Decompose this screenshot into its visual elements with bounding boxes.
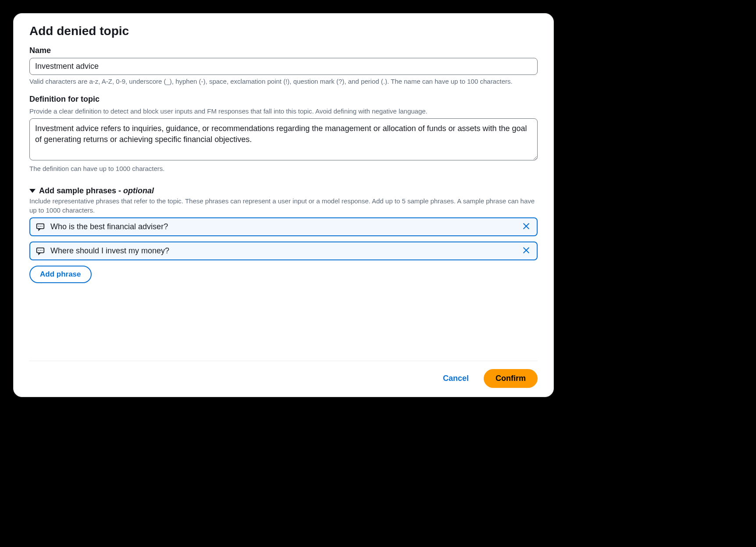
- chat-bubble-icon: [36, 222, 45, 232]
- sample-phrase-row: [29, 242, 538, 260]
- sample-phrases-description: Include representative phrases that refe…: [29, 196, 538, 215]
- sample-phrases-section: Add sample phrases - optional Include re…: [29, 182, 538, 283]
- close-icon: [522, 222, 531, 232]
- sample-phrases-title-prefix: Add sample phrases -: [39, 186, 123, 195]
- name-helper: Valid characters are a-z, A-Z, 0-9, unde…: [29, 77, 538, 86]
- svg-point-7: [38, 250, 39, 251]
- caret-down-icon: [29, 189, 36, 193]
- sample-phrase-input[interactable]: [50, 221, 521, 232]
- remove-phrase-button[interactable]: [521, 221, 531, 233]
- name-input[interactable]: [29, 58, 538, 75]
- phrases-container: [29, 217, 538, 260]
- sample-phrase-input[interactable]: [50, 245, 521, 256]
- sample-phrases-title: Add sample phrases - optional: [39, 186, 154, 195]
- definition-description: Provide a clear definition to detect and…: [29, 107, 538, 116]
- svg-point-3: [42, 226, 43, 227]
- add-phrase-button[interactable]: Add phrase: [29, 266, 92, 283]
- definition-helper: The definition can have up to 1000 chara…: [29, 164, 538, 173]
- definition-label: Definition for topic: [29, 95, 538, 104]
- confirm-button[interactable]: Confirm: [484, 369, 538, 388]
- svg-point-1: [38, 226, 39, 227]
- svg-point-2: [40, 226, 41, 227]
- close-icon: [522, 246, 531, 256]
- name-field-group: Name Valid characters are a-z, A-Z, 0-9,…: [29, 46, 538, 86]
- chat-bubble-icon: [36, 246, 45, 256]
- name-label: Name: [29, 46, 538, 55]
- remove-phrase-button[interactable]: [521, 245, 531, 257]
- sample-phrases-title-suffix: optional: [123, 186, 154, 195]
- definition-textarea[interactable]: [29, 118, 538, 160]
- sample-phrase-row: [29, 217, 538, 236]
- definition-field-group: Definition for topic Provide a clear def…: [29, 95, 538, 173]
- svg-point-8: [40, 250, 41, 251]
- dialog-footer: Cancel Confirm: [29, 361, 538, 388]
- svg-point-9: [42, 250, 43, 251]
- cancel-button[interactable]: Cancel: [437, 369, 475, 387]
- sample-phrases-toggle[interactable]: Add sample phrases - optional: [29, 186, 538, 195]
- add-denied-topic-dialog: Add denied topic Name Valid characters a…: [13, 13, 554, 397]
- dialog-title: Add denied topic: [29, 24, 538, 38]
